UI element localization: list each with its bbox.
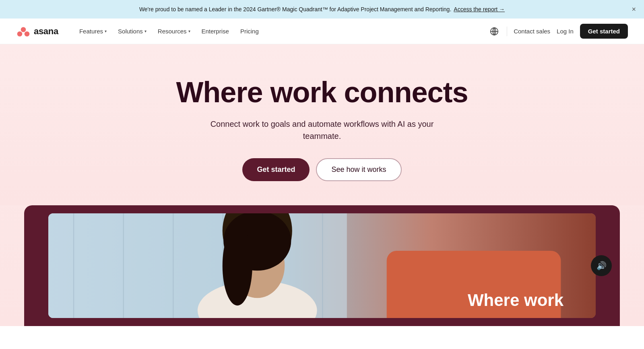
get-started-nav-button[interactable]: Get started xyxy=(580,24,628,39)
svg-rect-11 xyxy=(173,213,173,318)
svg-point-0 xyxy=(21,27,26,32)
solutions-chevron-icon: ▾ xyxy=(144,29,147,33)
video-thumbnail: Where work xyxy=(48,213,596,318)
language-selector-button[interactable] xyxy=(488,25,500,37)
svg-point-2 xyxy=(25,31,30,37)
banner-text: We're proud to be named a Leader in the … xyxy=(139,6,451,12)
contact-sales-button[interactable]: Contact sales xyxy=(514,28,550,35)
nav-right-section: Contact sales Log In Get started xyxy=(488,24,628,39)
hero-content: Where work connects Connect work to goal… xyxy=(0,44,644,205)
globe-icon xyxy=(490,27,499,36)
nav-solutions[interactable]: Solutions ▾ xyxy=(113,25,151,38)
video-section: Where work 🔊 xyxy=(24,205,620,326)
main-navigation: asana Features ▾ Solutions ▾ Resources ▾… xyxy=(0,19,644,44)
login-button[interactable]: Log In xyxy=(557,28,574,35)
logo-svg xyxy=(16,26,31,37)
nav-features[interactable]: Features ▾ xyxy=(74,25,111,38)
nav-pricing[interactable]: Pricing xyxy=(235,25,264,38)
video-player: Where work xyxy=(48,213,596,318)
asana-logo-icon xyxy=(16,26,31,37)
nav-resources[interactable]: Resources ▾ xyxy=(153,25,195,38)
svg-rect-10 xyxy=(123,213,124,318)
svg-rect-9 xyxy=(73,213,74,318)
svg-point-20 xyxy=(223,226,252,306)
mute-icon: 🔊 xyxy=(597,261,607,271)
svg-point-1 xyxy=(17,31,23,37)
banner-link[interactable]: Access the report → xyxy=(454,6,505,12)
svg-rect-14 xyxy=(322,213,323,318)
announcement-banner: We're proud to be named a Leader in the … xyxy=(0,0,644,19)
hero-see-how-button[interactable]: See how it works xyxy=(316,158,401,181)
hero-cta-buttons: Get started See how it works xyxy=(242,158,401,181)
banner-close-button[interactable]: × xyxy=(632,6,636,13)
hero-get-started-button[interactable]: Get started xyxy=(242,158,310,181)
logo-link[interactable]: asana xyxy=(16,26,58,37)
nav-items: Features ▾ Solutions ▾ Resources ▾ Enter… xyxy=(74,25,488,38)
nav-enterprise[interactable]: Enterprise xyxy=(197,25,234,38)
hero-subtitle: Connect work to goals and automate workf… xyxy=(201,118,443,142)
mute-button[interactable]: 🔊 xyxy=(591,255,612,276)
nav-divider xyxy=(507,27,507,36)
hero-title: Where work connects xyxy=(176,76,468,108)
resources-chevron-icon: ▾ xyxy=(188,29,190,33)
video-overlay-text: Where work xyxy=(468,291,564,310)
features-chevron-icon: ▾ xyxy=(105,29,107,33)
logo-text: asana xyxy=(34,26,58,37)
hero-section: Where work connects Connect work to goal… xyxy=(0,44,644,326)
